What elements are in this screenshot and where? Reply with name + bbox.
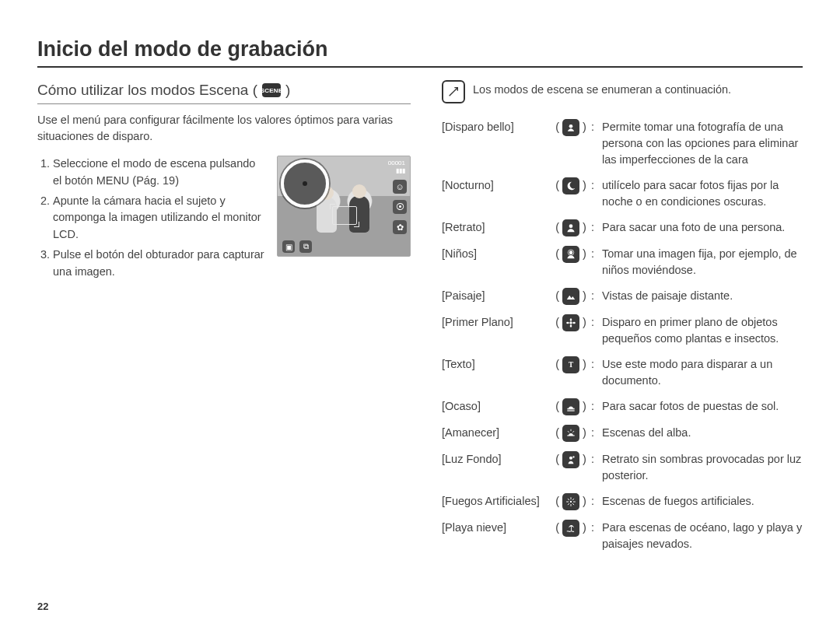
osd-right-icons: ☺ ⦿ ✿ <box>393 180 407 234</box>
mode-icon-wrap: () <box>551 246 591 263</box>
mode-icon-wrap: () <box>551 493 591 510</box>
beach-icon <box>562 520 579 537</box>
osd-top-right: 00001 ▮▮▮ <box>388 159 405 174</box>
colon: : <box>591 219 602 236</box>
mode-row: [Luz Fondo]():Retrato sin sombras provoc… <box>442 451 803 484</box>
mode-label: [Texto] <box>442 356 551 373</box>
colon: : <box>591 425 602 441</box>
colon: : <box>591 398 602 415</box>
night-icon <box>562 177 579 194</box>
mode-description: Disparo en primer plano de objetos peque… <box>602 314 803 347</box>
mode-row: [Nocturno]():utilícelo para sacar fotos … <box>442 177 803 210</box>
left-column: Cómo utilizar los modos Escena ( SCENE )… <box>37 82 411 562</box>
mode-description: Escenas de fuegos artificiales. <box>602 493 803 510</box>
note-icon <box>442 80 465 103</box>
mode-row: [Fuegos Artificiales]():Escenas de fuego… <box>442 493 803 510</box>
sunrise-icon <box>562 425 579 442</box>
intro-text: Use el menú para configurar fácilmente l… <box>37 112 411 145</box>
osd-icon: ✿ <box>393 220 407 234</box>
mode-icon-wrap: () <box>551 288 591 305</box>
mode-icon-wrap: () <box>551 314 591 331</box>
mode-description: Para sacar una foto de una persona. <box>602 219 803 236</box>
mode-row: [Paisaje]():Vistas de paisaje distante. <box>442 288 803 305</box>
mode-label: [Luz Fondo] <box>442 451 551 468</box>
lcd-preview: 00001 ▮▮▮ ☺ ⦿ ✿ ▣ ⧉ <box>277 156 411 257</box>
sunset-icon <box>562 398 579 415</box>
subheading-suffix: ) <box>285 82 290 99</box>
mode-icon-wrap: () <box>551 425 591 442</box>
mode-icon-wrap: () <box>551 119 591 136</box>
colon: : <box>591 356 602 373</box>
step-item: Apunte la cámara hacia el sujeto y compo… <box>53 193 266 243</box>
mode-description: Retrato sin sombras provocadas por luz p… <box>602 451 803 484</box>
mode-icon-wrap: () <box>551 520 591 537</box>
mode-icon-wrap: () <box>551 219 591 236</box>
mode-row: [Primer Plano]():Disparo en primer plano… <box>442 314 803 347</box>
osd-icon: ☺ <box>393 180 407 194</box>
mode-description: Para sacar fotos de puestas de sol. <box>602 398 803 415</box>
osd-icon: ▣ <box>282 240 295 253</box>
mode-label: [Ocaso] <box>442 398 551 415</box>
colon: : <box>591 246 602 262</box>
mode-row: [Disparo bello]():Permite tomar una foto… <box>442 119 803 168</box>
mode-label: [Amanecer] <box>442 425 551 441</box>
osd-icon: ⧉ <box>299 240 312 253</box>
mode-icon-wrap: () <box>551 177 591 194</box>
scene-mode-icon: SCENE <box>262 83 281 97</box>
backlight-icon <box>562 451 579 468</box>
mode-dial-icon <box>281 159 329 208</box>
page-number: 22 <box>37 601 48 612</box>
steps-list: Seleccione el modo de escena pulsando el… <box>53 156 266 280</box>
mode-row: [Niños]():Tomar una imagen fija, por eje… <box>442 246 803 278</box>
mode-label: [Fuegos Artificiales] <box>442 493 551 510</box>
colon: : <box>591 119 602 135</box>
colon: : <box>591 493 602 510</box>
children-icon <box>562 246 579 263</box>
mode-label: [Nocturno] <box>442 177 551 194</box>
mode-label: [Disparo bello] <box>442 119 551 135</box>
subheading: Cómo utilizar los modos Escena ( SCENE ) <box>37 82 411 104</box>
mode-description: Tomar una imagen fija, por ejemplo, de n… <box>602 246 803 278</box>
osd-bottom-icons: ▣ ⧉ <box>282 240 312 253</box>
step-item: Pulse el botón del obturador para captur… <box>53 247 266 281</box>
page-title: Inicio del modo de grabación <box>37 37 803 68</box>
mode-label: [Retrato] <box>442 219 551 236</box>
colon: : <box>591 520 602 536</box>
fireworks-icon <box>562 493 579 510</box>
colon: : <box>591 314 602 331</box>
osd-icon: ⦿ <box>393 200 407 214</box>
mode-row: [Retrato]():Para sacar una foto de una p… <box>442 219 803 236</box>
mode-description: utilícelo para sacar fotos fijas por la … <box>602 177 803 210</box>
mode-row: [Playa nieve]():Para escenas de océano, … <box>442 520 803 552</box>
af-frame-icon <box>332 206 357 225</box>
landscape-icon <box>562 288 579 305</box>
mode-row: [Ocaso]():Para sacar fotos de puestas de… <box>442 398 803 415</box>
mode-row: [Texto]():Use este modo para disparar a … <box>442 356 803 389</box>
closeup-icon <box>562 314 579 331</box>
mode-description: Para escenas de océano, lago y playa y p… <box>602 520 803 552</box>
colon: : <box>591 288 602 304</box>
mode-icon-wrap: () <box>551 398 591 415</box>
note-text: Los modos de escena se enumeran a contin… <box>473 82 731 97</box>
mode-row: [Amanecer]():Escenas del alba. <box>442 425 803 442</box>
mode-label: [Playa nieve] <box>442 520 551 536</box>
mode-label: [Niños] <box>442 246 551 262</box>
beauty-icon <box>562 119 579 136</box>
mode-description: Permite tomar una fotografía de una pers… <box>602 119 803 168</box>
mode-icon-wrap: () <box>551 356 591 373</box>
mode-label: [Primer Plano] <box>442 314 551 331</box>
mode-icon-wrap: () <box>551 451 591 468</box>
subheading-prefix: Cómo utilizar los modos Escena ( <box>37 82 257 99</box>
portrait-icon <box>562 219 579 236</box>
mode-description: Vistas de paisaje distante. <box>602 288 803 304</box>
text-icon <box>562 356 579 373</box>
mode-description: Escenas del alba. <box>602 425 803 441</box>
colon: : <box>591 177 602 194</box>
mode-label: [Paisaje] <box>442 288 551 304</box>
right-column: Los modos de escena se enumeran a contin… <box>442 82 803 562</box>
step-item: Seleccione el modo de escena pulsando el… <box>53 156 266 190</box>
colon: : <box>591 451 602 468</box>
mode-description: Use este modo para disparar a un documen… <box>602 356 803 389</box>
